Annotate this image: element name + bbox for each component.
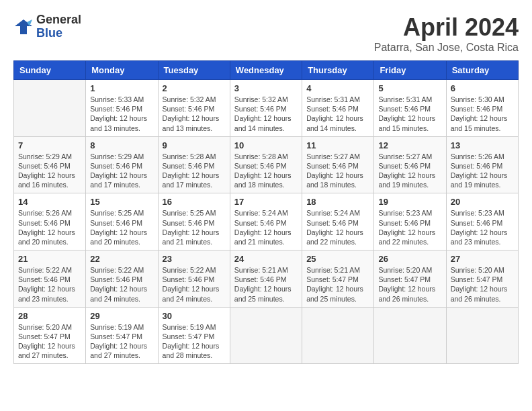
logo-text-blue: Blue <box>36 27 81 40</box>
day-number: 23 <box>163 254 226 264</box>
day-info: Sunrise: 5:29 AM Sunset: 5:46 PM Dayligh… <box>90 152 153 190</box>
calendar-day-cell: 3Sunrise: 5:32 AM Sunset: 5:46 PM Daylig… <box>230 80 302 137</box>
day-number: 11 <box>306 140 369 150</box>
day-info: Sunrise: 5:33 AM Sunset: 5:46 PM Dayligh… <box>90 95 153 133</box>
calendar-day-cell <box>446 307 518 364</box>
calendar-day-cell: 15Sunrise: 5:25 AM Sunset: 5:46 PM Dayli… <box>86 193 158 250</box>
day-number: 9 <box>163 140 226 150</box>
day-number: 13 <box>451 140 514 150</box>
day-info: Sunrise: 5:20 AM Sunset: 5:47 PM Dayligh… <box>451 265 514 304</box>
location-subtitle: Patarra, San Jose, Costa Rica <box>374 42 519 54</box>
day-info: Sunrise: 5:28 AM Sunset: 5:46 PM Dayligh… <box>234 152 298 190</box>
month-title: April 2024 <box>374 13 519 42</box>
weekday-header-saturday: Saturday <box>446 61 518 80</box>
calendar-table: SundayMondayTuesdayWednesdayThursdayFrid… <box>13 60 519 364</box>
day-info: Sunrise: 5:30 AM Sunset: 5:46 PM Dayligh… <box>451 95 514 133</box>
day-number: 24 <box>234 254 298 264</box>
title-block: April 2024 Patarra, San Jose, Costa Rica <box>374 13 519 54</box>
day-info: Sunrise: 5:20 AM Sunset: 5:47 PM Dayligh… <box>378 265 441 304</box>
calendar-day-cell: 4Sunrise: 5:31 AM Sunset: 5:46 PM Daylig… <box>302 80 374 137</box>
day-number: 3 <box>234 83 298 93</box>
calendar-day-cell: 13Sunrise: 5:26 AM Sunset: 5:46 PM Dayli… <box>446 136 518 193</box>
day-info: Sunrise: 5:23 AM Sunset: 5:46 PM Dayligh… <box>451 208 514 246</box>
day-number: 14 <box>18 197 81 207</box>
day-number: 20 <box>451 197 514 207</box>
weekday-header-sunday: Sunday <box>14 61 86 80</box>
day-number: 27 <box>451 254 514 264</box>
day-info: Sunrise: 5:24 AM Sunset: 5:46 PM Dayligh… <box>306 208 369 246</box>
logo-icon <box>13 17 34 37</box>
calendar-day-cell: 21Sunrise: 5:22 AM Sunset: 5:46 PM Dayli… <box>14 250 86 308</box>
calendar-day-cell: 8Sunrise: 5:29 AM Sunset: 5:46 PM Daylig… <box>86 136 158 193</box>
calendar-day-cell: 6Sunrise: 5:30 AM Sunset: 5:46 PM Daylig… <box>446 80 518 137</box>
calendar-day-cell: 19Sunrise: 5:23 AM Sunset: 5:46 PM Dayli… <box>374 193 446 250</box>
calendar-day-cell: 27Sunrise: 5:20 AM Sunset: 5:47 PM Dayli… <box>446 250 518 308</box>
logo: General Blue <box>13 13 81 40</box>
calendar-day-cell: 30Sunrise: 5:19 AM Sunset: 5:47 PM Dayli… <box>158 307 230 364</box>
calendar-day-cell: 7Sunrise: 5:29 AM Sunset: 5:46 PM Daylig… <box>14 136 86 193</box>
calendar-day-cell <box>302 307 374 364</box>
day-number: 4 <box>306 83 369 93</box>
day-info: Sunrise: 5:27 AM Sunset: 5:46 PM Dayligh… <box>378 152 441 190</box>
day-number: 17 <box>234 197 298 207</box>
calendar-week-row: 7Sunrise: 5:29 AM Sunset: 5:46 PM Daylig… <box>14 136 519 193</box>
day-number: 2 <box>163 83 226 93</box>
day-number: 29 <box>90 311 153 321</box>
day-number: 30 <box>163 311 226 321</box>
day-info: Sunrise: 5:23 AM Sunset: 5:46 PM Dayligh… <box>378 208 441 246</box>
day-number: 26 <box>378 254 441 264</box>
calendar-day-cell: 2Sunrise: 5:32 AM Sunset: 5:46 PM Daylig… <box>158 80 230 137</box>
day-info: Sunrise: 5:19 AM Sunset: 5:47 PM Dayligh… <box>163 322 226 361</box>
day-number: 25 <box>306 254 369 264</box>
calendar-day-cell: 11Sunrise: 5:27 AM Sunset: 5:46 PM Dayli… <box>302 136 374 193</box>
day-number: 6 <box>451 83 514 93</box>
calendar-day-cell: 18Sunrise: 5:24 AM Sunset: 5:46 PM Dayli… <box>302 193 374 250</box>
day-info: Sunrise: 5:26 AM Sunset: 5:46 PM Dayligh… <box>18 208 81 246</box>
calendar-week-row: 14Sunrise: 5:26 AM Sunset: 5:46 PM Dayli… <box>14 193 519 250</box>
weekday-header-tuesday: Tuesday <box>158 61 230 80</box>
calendar-day-cell: 23Sunrise: 5:22 AM Sunset: 5:46 PM Dayli… <box>158 250 230 308</box>
calendar-day-cell: 1Sunrise: 5:33 AM Sunset: 5:46 PM Daylig… <box>86 80 158 137</box>
day-number: 8 <box>90 140 153 150</box>
day-info: Sunrise: 5:25 AM Sunset: 5:46 PM Dayligh… <box>163 208 226 246</box>
calendar-day-cell: 5Sunrise: 5:31 AM Sunset: 5:46 PM Daylig… <box>374 80 446 137</box>
calendar-day-cell: 10Sunrise: 5:28 AM Sunset: 5:46 PM Dayli… <box>230 136 302 193</box>
day-number: 1 <box>90 83 153 93</box>
day-info: Sunrise: 5:21 AM Sunset: 5:46 PM Dayligh… <box>234 265 298 304</box>
logo-text-general: General <box>36 13 81 27</box>
calendar-day-cell: 28Sunrise: 5:20 AM Sunset: 5:47 PM Dayli… <box>14 307 86 364</box>
calendar-day-cell: 9Sunrise: 5:28 AM Sunset: 5:46 PM Daylig… <box>158 136 230 193</box>
weekday-header-row: SundayMondayTuesdayWednesdayThursdayFrid… <box>14 61 519 80</box>
day-info: Sunrise: 5:19 AM Sunset: 5:47 PM Dayligh… <box>90 322 153 361</box>
calendar-day-cell: 22Sunrise: 5:22 AM Sunset: 5:46 PM Dayli… <box>86 250 158 308</box>
day-number: 16 <box>163 197 226 207</box>
page-header: General Blue April 2024 Patarra, San Jos… <box>13 13 519 54</box>
calendar-day-cell <box>374 307 446 364</box>
day-number: 19 <box>378 197 441 207</box>
calendar-day-cell: 16Sunrise: 5:25 AM Sunset: 5:46 PM Dayli… <box>158 193 230 250</box>
weekday-header-monday: Monday <box>86 61 158 80</box>
calendar-day-cell: 26Sunrise: 5:20 AM Sunset: 5:47 PM Dayli… <box>374 250 446 308</box>
calendar-day-cell <box>230 307 302 364</box>
day-info: Sunrise: 5:26 AM Sunset: 5:46 PM Dayligh… <box>451 152 514 190</box>
calendar-week-row: 21Sunrise: 5:22 AM Sunset: 5:46 PM Dayli… <box>14 250 519 308</box>
day-number: 22 <box>90 254 153 264</box>
calendar-day-cell: 20Sunrise: 5:23 AM Sunset: 5:46 PM Dayli… <box>446 193 518 250</box>
day-number: 5 <box>378 83 441 93</box>
day-info: Sunrise: 5:31 AM Sunset: 5:46 PM Dayligh… <box>378 95 441 133</box>
day-info: Sunrise: 5:21 AM Sunset: 5:47 PM Dayligh… <box>306 265 369 304</box>
day-info: Sunrise: 5:29 AM Sunset: 5:46 PM Dayligh… <box>18 152 81 190</box>
day-info: Sunrise: 5:32 AM Sunset: 5:46 PM Dayligh… <box>163 95 226 133</box>
calendar-day-cell <box>14 80 86 137</box>
weekday-header-thursday: Thursday <box>302 61 374 80</box>
day-number: 15 <box>90 197 153 207</box>
calendar-day-cell: 25Sunrise: 5:21 AM Sunset: 5:47 PM Dayli… <box>302 250 374 308</box>
day-info: Sunrise: 5:20 AM Sunset: 5:47 PM Dayligh… <box>18 322 81 361</box>
calendar-day-cell: 24Sunrise: 5:21 AM Sunset: 5:46 PM Dayli… <box>230 250 302 308</box>
day-info: Sunrise: 5:22 AM Sunset: 5:46 PM Dayligh… <box>90 265 153 304</box>
day-info: Sunrise: 5:28 AM Sunset: 5:46 PM Dayligh… <box>163 152 226 190</box>
day-number: 7 <box>18 140 81 150</box>
day-number: 10 <box>234 140 298 150</box>
day-number: 12 <box>378 140 441 150</box>
calendar-day-cell: 12Sunrise: 5:27 AM Sunset: 5:46 PM Dayli… <box>374 136 446 193</box>
